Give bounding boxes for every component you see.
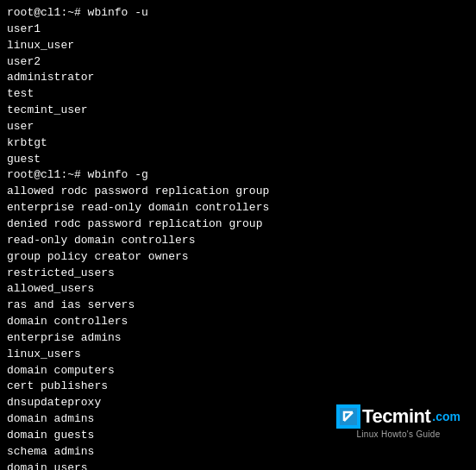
terminal-output-line: cert publishers <box>7 379 469 395</box>
terminal-output-line: linux_users <box>7 347 469 363</box>
terminal-output: root@cl1:~# wbinfo -uuser1linux_useruser… <box>7 5 469 470</box>
terminal-output-line: denied rodc password replication group <box>7 216 469 233</box>
terminal-output-line: allowed_users <box>7 281 469 298</box>
watermark-tld: .com <box>432 410 460 423</box>
watermark-icon <box>336 404 360 429</box>
terminal-output-line: ras and ias servers <box>7 298 469 314</box>
terminal-output-line: read-only domain controllers <box>7 233 469 249</box>
watermark-brand: Tecmint <box>362 405 430 428</box>
terminal-output-line: linux_user <box>7 38 469 54</box>
terminal-output-line: user1 <box>7 22 469 38</box>
terminal-output-line: guest <box>7 152 469 168</box>
terminal-output-line: tecmint_user <box>7 103 469 119</box>
watermark-logo: Tecmint.com <box>336 404 460 429</box>
terminal-output-line: krbtgt <box>7 135 469 152</box>
terminal-output-line: administrator <box>7 70 469 86</box>
terminal-output-line: enterprise read-only domain controllers <box>7 200 469 216</box>
terminal-output-line: restricted_users <box>7 266 469 282</box>
terminal-output-line: domain controllers <box>7 314 469 330</box>
watermark: Tecmint.com Linux Howto's Guide <box>336 404 460 439</box>
terminal-prompt: root@cl1:~# wbinfo -u <box>7 5 469 22</box>
terminal-output-line: user <box>7 119 469 135</box>
terminal-output-line: user2 <box>7 54 469 71</box>
terminal-prompt: root@cl1:~# wbinfo -g <box>7 167 469 184</box>
terminal-window: root@cl1:~# wbinfo -uuser1linux_useruser… <box>0 0 476 470</box>
terminal-output-line: schema admins <box>7 444 469 461</box>
terminal-output-line: enterprise admins <box>7 330 469 347</box>
terminal-output-line: test <box>7 86 469 103</box>
terminal-output-line: allowed rodc password replication group <box>7 184 469 200</box>
terminal-output-line: domain computers <box>7 363 469 379</box>
terminal-output-line: domain users <box>7 461 469 470</box>
watermark-subtitle: Linux Howto's Guide <box>356 429 440 439</box>
terminal-output-line: group policy creator owners <box>7 249 469 266</box>
